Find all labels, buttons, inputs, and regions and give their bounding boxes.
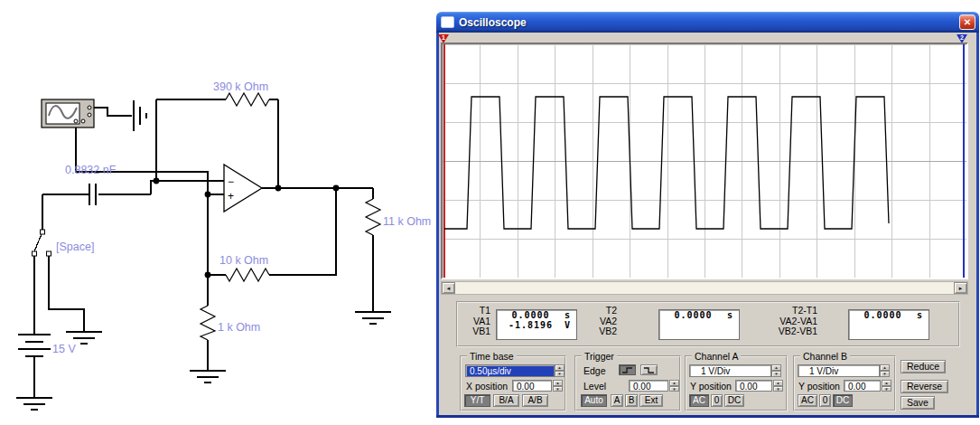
scope-terminal[interactable] [74, 119, 78, 123]
channel-b-ac-button[interactable]: AC [798, 394, 817, 407]
scope-terminal[interactable] [81, 119, 85, 123]
trigger-b-button[interactable]: B [625, 394, 638, 407]
level-label: Level [583, 381, 606, 392]
rising-edge-button[interactable] [619, 364, 636, 375]
measurement-labels-2: T2 VA2 VB2 [593, 306, 617, 337]
ba-mode-button[interactable]: B/A [493, 394, 519, 407]
timebase-scale-spinner[interactable]: ▲ ▼ [555, 364, 565, 377]
battery[interactable] [18, 335, 51, 356]
window-icon [441, 16, 454, 28]
scope-terminal[interactable] [88, 113, 91, 117]
trigger-level-field[interactable]: 0.00 [629, 380, 668, 392]
measurement-box-3: 0.0000s [848, 309, 929, 340]
timebase-title: Time base [467, 351, 517, 362]
multisim-workspace: − + 390 k Ohm 0.8832 nF [Space] 15 V 11 … [0, 0, 980, 425]
falling-edge-icon [642, 365, 656, 375]
channel-a-scale-spinner[interactable]: ▲ ▼ [771, 364, 781, 377]
trigger-a-button[interactable]: A [611, 394, 623, 407]
opamp[interactable]: − + [224, 165, 262, 212]
capacitor[interactable] [89, 184, 96, 205]
window-border [436, 30, 439, 418]
label-switch-key: [Space] [56, 241, 94, 253]
window-border [976, 30, 979, 418]
circuit-schematic: − + 390 k Ohm 0.8832 nF [Space] 15 V 11 … [0, 0, 436, 425]
ab-mode-button[interactable]: A/B [522, 394, 548, 407]
channel-a-scale-field[interactable]: 1 V/Div [689, 364, 771, 377]
switch[interactable] [33, 230, 51, 256]
label-load-resistor: 11 k Ohm [383, 215, 431, 228]
va1-value: -1.8196 [497, 320, 565, 330]
ground-symbol-battery[interactable] [16, 398, 52, 410]
measurement-box-1: 0.0000s -1.8196V [496, 309, 577, 340]
channel-a-zero-button[interactable]: 0 [711, 394, 723, 407]
save-button[interactable]: Save [901, 396, 935, 410]
resistor-1k[interactable] [201, 306, 215, 340]
yt-mode-button[interactable]: Y/T [464, 394, 490, 407]
resistor-390k[interactable] [226, 93, 269, 106]
waveform-display [441, 42, 968, 279]
trigger-ext-button[interactable]: Ext [639, 394, 663, 407]
channel-a-yposition-field[interactable]: 0.00 [735, 380, 772, 392]
edge-label: Edge [583, 365, 606, 376]
t2-unit: s [727, 310, 739, 320]
spinner-down-icon[interactable]: ▼ [555, 371, 565, 377]
title-bar[interactable]: Oscilloscope [436, 12, 979, 33]
spinner-up-icon[interactable]: ▲ [880, 364, 890, 371]
label-t1: T1 [462, 306, 490, 316]
trigger-group: Trigger Edge Level 0.00 ▲ ▼ Auto A B Ext [574, 355, 681, 411]
channel-b-yposition-field[interactable]: 0.00 [844, 380, 881, 392]
reverse-button[interactable]: Reverse [901, 380, 948, 393]
trigger-auto-button[interactable]: Auto [581, 394, 607, 407]
trigger-title: Trigger [582, 351, 617, 362]
resistor-10k[interactable] [226, 269, 269, 281]
channel-b-title: Channel B [800, 351, 850, 362]
spinner-up-icon[interactable]: ▲ [771, 364, 781, 371]
label-feedback-resistor: 390 k Ohm [213, 80, 268, 93]
timebase-scale-field[interactable]: 0.50µs/div [465, 364, 555, 377]
spinner-down-icon[interactable]: ▼ [771, 371, 781, 377]
spinner-down-icon[interactable]: ▼ [880, 371, 890, 377]
scroll-right-icon[interactable]: ► [954, 282, 967, 294]
rising-edge-icon [621, 365, 634, 375]
spinner-down-icon[interactable]: ▼ [553, 386, 563, 392]
xposition-field[interactable]: 0.00 [512, 380, 552, 392]
reduce-button[interactable]: Reduce [901, 360, 946, 373]
switch-blade[interactable] [34, 234, 42, 251]
scope-terminal[interactable] [88, 106, 91, 109]
t2t1-value: 0.0000 [849, 310, 917, 320]
t2-value: 0.0000 [659, 310, 727, 320]
resistor-11k[interactable] [366, 199, 380, 235]
t1-value: 0.0000 [497, 310, 565, 320]
channel-b-zero-button[interactable]: 0 [819, 394, 831, 407]
channel-b-scale-field[interactable]: 1 V/Div [798, 364, 880, 377]
channel-b-scale-spinner[interactable]: ▲ ▼ [880, 364, 890, 377]
channel-a-dc-button[interactable]: DC [724, 394, 744, 407]
cursor1-number: 1 [438, 34, 449, 41]
channel-a-group: Channel A 1 V/Div ▲ ▼ Y position 0.00 ▲ … [685, 355, 788, 411]
ground-symbol-load[interactable] [355, 312, 391, 324]
spinner-down-icon[interactable]: ▼ [773, 386, 783, 392]
ground-symbol-divider[interactable] [190, 371, 226, 382]
channel-b-yposition-spinner[interactable]: ▲ ▼ [882, 380, 891, 392]
falling-edge-button[interactable] [640, 364, 658, 375]
label-vb2: VB2 [593, 326, 617, 337]
xposition-label: X position [466, 381, 508, 392]
display-scrollbar[interactable]: ◄ ► [441, 281, 968, 295]
spinner-down-icon[interactable]: ▼ [882, 386, 891, 392]
channel-a-yposition-spinner[interactable]: ▲ ▼ [773, 380, 783, 392]
channel-a-yposition-label: Y position [690, 381, 732, 392]
scroll-left-icon[interactable]: ◄ [442, 282, 455, 294]
oscilloscope-instrument-icon[interactable] [42, 99, 94, 128]
label-t2-t1: T2-T1 [765, 306, 817, 316]
ground-symbol-scope[interactable] [134, 100, 146, 131]
spinner-down-icon[interactable]: ▼ [669, 386, 679, 392]
cursor2-number: 2 [957, 34, 967, 41]
oscilloscope-window: Oscilloscope ✕ 1 2 ◄ ► T1 VA1 VB1 [436, 12, 979, 418]
channel-b-dc-button[interactable]: DC [833, 394, 853, 407]
channel-a-ac-button[interactable]: AC [689, 394, 709, 407]
label-bottom-resistor: 1 k Ohm [218, 321, 260, 334]
spinner-up-icon[interactable]: ▲ [555, 364, 565, 371]
xposition-spinner[interactable]: ▲ ▼ [553, 380, 563, 392]
trigger-level-spinner[interactable]: ▲ ▼ [669, 380, 679, 392]
close-button[interactable]: ✕ [959, 14, 975, 30]
